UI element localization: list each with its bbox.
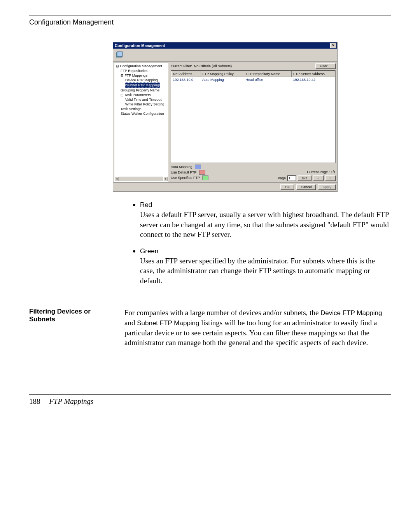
bullet-red-label: Red	[140, 201, 391, 210]
close-icon[interactable]: ×	[330, 43, 336, 48]
legend: Auto Mapping Use Default FTP Use Specifi…	[171, 165, 208, 181]
tree-item[interactable]: Device FTP Mapping	[114, 78, 168, 82]
tree-item[interactable]: Grouping Property Name	[114, 88, 168, 93]
table-row[interactable]: 192.168.19.0 Auto Mapping Head office 19…	[172, 77, 335, 83]
legend-default: Use Default FTP	[171, 170, 197, 174]
tree-pane[interactable]: ⊟ Configuration Management FTP Repositor…	[114, 63, 168, 182]
tree-item[interactable]: FTP Repositories	[114, 68, 168, 73]
svg-rect-1	[117, 52, 122, 56]
tree-item-selected[interactable]: Subnet FTP Mapping	[125, 82, 160, 88]
legend-specified: Use Specified FTP	[171, 176, 200, 180]
col-header[interactable]: FTP Server Address	[291, 71, 335, 77]
scroll-left-icon[interactable]: ◂	[114, 177, 119, 181]
list-item: Red Uses a default FTP server, usually a…	[140, 200, 391, 240]
color-legend-list: Red Uses a default FTP server, usually a…	[124, 200, 391, 286]
cancel-button[interactable]: Cancel	[296, 184, 316, 190]
legend-auto: Auto Mapping	[171, 165, 192, 169]
tree-scrollbar[interactable]: ◂ ▸	[114, 177, 168, 181]
tree-item[interactable]: Status Walker Configuration	[114, 111, 168, 116]
inline-term: Device FTP Mapping	[320, 309, 382, 317]
tree-item[interactable]: FTP Mappings	[125, 74, 147, 77]
section-heading: Filtering Devices or Subnets	[29, 308, 113, 348]
next-page-button[interactable]: »	[325, 175, 336, 181]
swatch-green-icon	[202, 175, 208, 180]
current-page-label: Current Page : 1/1	[307, 170, 336, 174]
dialog-screenshot: Configuration Management × ⊟ Configurati…	[113, 42, 391, 192]
filter-label: Current Filter: No Criteria (All Subnets…	[171, 64, 232, 68]
swatch-red-icon	[199, 170, 205, 175]
ok-button[interactable]: OK	[280, 184, 294, 190]
app-icon	[115, 50, 124, 60]
tree-item[interactable]: Valid Time and Timeout	[114, 97, 168, 102]
page-label: Page	[278, 176, 286, 180]
tree-item[interactable]: Write Filter Policy Setting	[114, 102, 168, 107]
filter-button[interactable]: Filter ...	[315, 63, 336, 69]
tree-item[interactable]: Task Settings	[114, 107, 168, 111]
footer-section: FTP Mappings	[49, 397, 93, 405]
col-header[interactable]: FTP Repository Name	[244, 71, 291, 77]
page-footer: 188 FTP Mappings	[29, 394, 391, 406]
dialog-toolbar	[113, 49, 337, 62]
col-header[interactable]: Net Address	[172, 71, 201, 77]
apply-button[interactable]: Apply	[318, 184, 336, 190]
tree-root[interactable]: Configuration Management	[120, 64, 163, 68]
page-header: Configuration Management	[29, 16, 391, 26]
section-paragraph: For companies with a large number of dev…	[124, 308, 391, 348]
bullet-red-text: Uses a default FTP server, usually a ser…	[140, 210, 389, 238]
bullet-green-label: Green	[140, 247, 391, 256]
col-header[interactable]: FTP Mapping Policy	[201, 71, 244, 77]
swatch-blue-icon	[195, 165, 201, 169]
page-input[interactable]	[287, 175, 296, 181]
dialog-titlebar: Configuration Management ×	[113, 42, 337, 49]
inline-term: Subnet FTP Mapping	[137, 319, 199, 327]
scroll-right-icon[interactable]: ▸	[163, 177, 168, 181]
tree-item[interactable]: Task Parameters	[124, 93, 151, 97]
prev-page-button[interactable]: «	[313, 175, 324, 181]
go-button[interactable]: GO	[298, 175, 312, 181]
page-number: 188	[29, 397, 40, 405]
bullet-green-text: Uses an FTP server specified by the admi…	[140, 257, 375, 285]
dialog-title: Configuration Management	[115, 44, 165, 48]
mapping-grid[interactable]: Net Address FTP Mapping Policy FTP Repos…	[171, 70, 336, 163]
list-item: Green Uses an FTP server specified by th…	[140, 246, 391, 286]
